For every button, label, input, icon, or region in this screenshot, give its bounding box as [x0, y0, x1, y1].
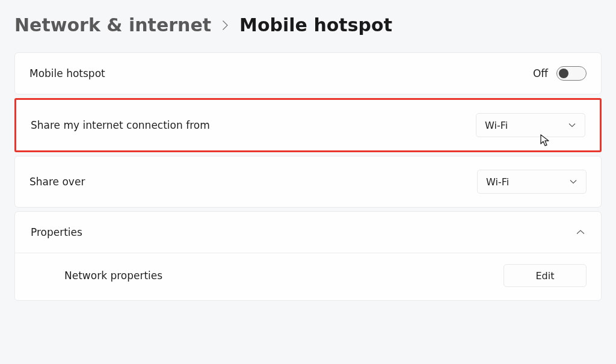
chevron-down-icon: [568, 122, 576, 128]
share-over-label: Share over: [29, 176, 85, 188]
properties-expander[interactable]: Properties: [15, 212, 601, 253]
share-over-card: Share over Wi-Fi: [14, 156, 602, 208]
share-from-card: Share my internet connection from Wi-Fi: [14, 98, 602, 152]
share-from-select[interactable]: Wi-Fi: [476, 113, 585, 137]
chevron-up-icon: [576, 229, 585, 235]
edit-button[interactable]: Edit: [504, 264, 587, 287]
breadcrumb: Network & internet Mobile hotspot: [14, 14, 602, 35]
breadcrumb-parent[interactable]: Network & internet: [14, 14, 211, 35]
hotspot-toggle-label: Mobile hotspot: [29, 67, 105, 79]
toggle-knob: [559, 69, 568, 78]
network-properties-label: Network properties: [29, 270, 162, 282]
hotspot-toggle-state: Off: [533, 67, 548, 79]
properties-header-label: Properties: [31, 226, 82, 238]
chevron-right-icon: [222, 20, 229, 31]
chevron-down-icon: [569, 179, 578, 185]
hotspot-toggle-card: Mobile hotspot Off: [14, 52, 602, 94]
share-from-value: Wi-Fi: [485, 120, 508, 131]
properties-card: Properties Network properties Edit: [14, 211, 602, 301]
share-over-value: Wi-Fi: [486, 176, 509, 188]
share-from-label: Share my internet connection from: [31, 119, 210, 131]
breadcrumb-current: Mobile hotspot: [239, 14, 392, 35]
share-over-select[interactable]: Wi-Fi: [477, 170, 587, 194]
hotspot-toggle-switch[interactable]: [556, 66, 587, 81]
